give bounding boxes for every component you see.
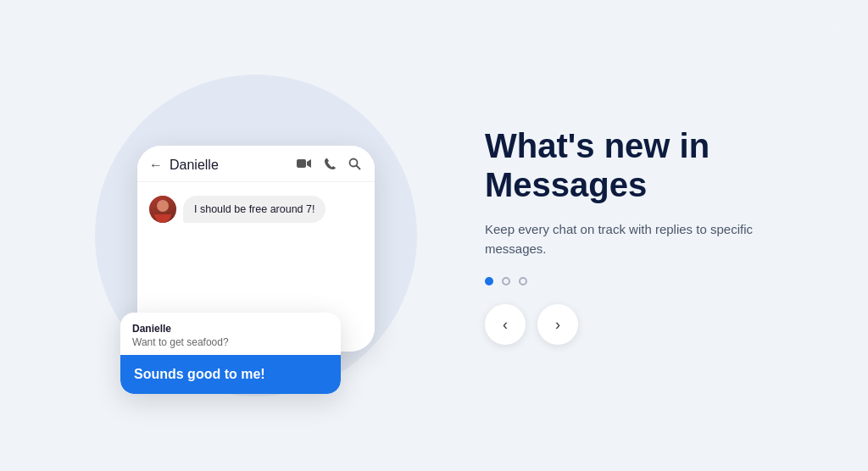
prev-button[interactable]: ‹ [485, 304, 526, 345]
video-icon[interactable] [297, 158, 312, 172]
phone-icon[interactable] [324, 158, 337, 173]
dot-2[interactable] [502, 277, 510, 285]
next-button[interactable]: › [537, 304, 578, 345]
nav-buttons: ‹ › [485, 304, 790, 345]
incoming-bubble: I should be free around 7! [183, 196, 326, 223]
svg-line-2 [357, 165, 360, 169]
left-panel: ← Danielle [78, 41, 434, 430]
dot-3[interactable] [519, 277, 527, 285]
topbar-icons [297, 158, 361, 173]
headline: What's new in Messages [485, 126, 773, 204]
reply-bubble: Sounds good to me! [120, 355, 341, 394]
phone-mockup: ← Danielle [137, 146, 375, 352]
reply-quoted: Danielle Want to get seafood? [120, 313, 341, 355]
search-icon[interactable] [348, 158, 361, 173]
back-arrow-icon[interactable]: ← [149, 158, 163, 173]
feature-card: ← Danielle [27, 24, 841, 447]
carousel-dots [485, 277, 790, 285]
avatar [149, 196, 176, 223]
incoming-message: I should be free around 7! [149, 196, 363, 223]
contact-name: Danielle [170, 158, 219, 173]
phone-topbar: ← Danielle [137, 146, 375, 182]
reply-preview: Want to get seafood? [132, 336, 329, 348]
description: Keep every chat on track with replies to… [485, 219, 756, 259]
reply-card: Danielle Want to get seafood? Sounds goo… [120, 313, 341, 394]
avatar-image [149, 196, 176, 223]
svg-rect-0 [297, 159, 306, 168]
topbar-left: ← Danielle [149, 158, 219, 173]
reply-sender: Danielle [132, 323, 329, 335]
right-panel: What's new in Messages Keep every chat o… [434, 126, 790, 346]
dot-1[interactable] [485, 277, 493, 285]
